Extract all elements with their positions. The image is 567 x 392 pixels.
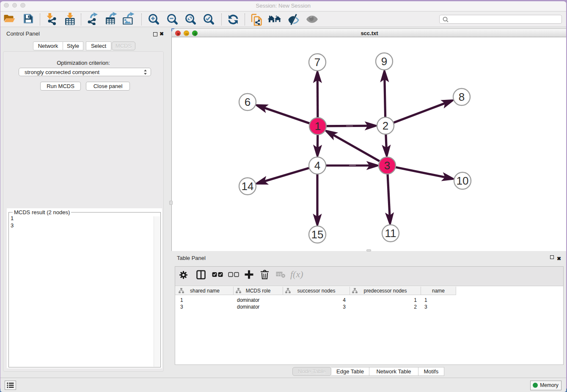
svg-text:8: 8: [459, 91, 465, 103]
svg-text:3: 3: [384, 159, 390, 172]
svg-text:2: 2: [383, 119, 388, 132]
svg-text:14: 14: [242, 180, 254, 193]
svg-text:4: 4: [314, 159, 320, 172]
svg-text:6: 6: [245, 96, 250, 108]
svg-text:7: 7: [314, 56, 320, 69]
svg-text:9: 9: [381, 55, 387, 68]
svg-text:11: 11: [385, 227, 396, 240]
svg-text:1: 1: [315, 120, 321, 133]
svg-text:15: 15: [311, 228, 324, 241]
svg-text:10: 10: [457, 174, 469, 187]
